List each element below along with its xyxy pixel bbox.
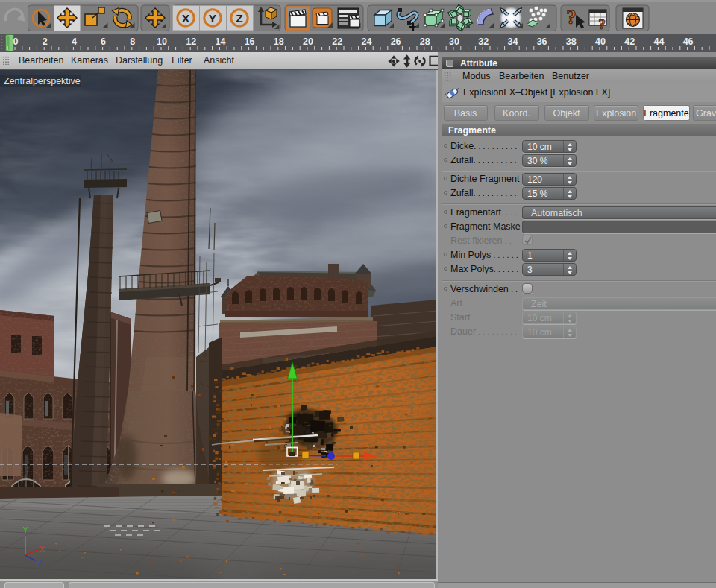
svg-text:?: ?	[566, 6, 577, 28]
svg-text:Z: Z	[236, 12, 243, 25]
svg-text:26: 26	[391, 37, 401, 47]
svg-text:46: 46	[683, 37, 694, 47]
svg-text:44: 44	[653, 37, 664, 47]
svg-text:2: 2	[43, 37, 48, 47]
svg-text:20: 20	[303, 37, 313, 47]
svg-text:42: 42	[624, 37, 635, 47]
svg-text:40: 40	[595, 37, 606, 47]
svg-text:4: 4	[72, 37, 77, 47]
svg-text:28: 28	[420, 37, 430, 47]
svg-text:30: 30	[449, 37, 459, 47]
svg-text:22: 22	[332, 37, 342, 47]
svg-text:16: 16	[245, 37, 255, 47]
svg-text:18: 18	[274, 37, 284, 47]
svg-text:14: 14	[215, 37, 225, 47]
svg-text:X: X	[182, 12, 190, 25]
svg-text:Zentralperspektive: Zentralperspektive	[4, 76, 81, 86]
svg-text:0: 0	[13, 37, 19, 47]
svg-text:38: 38	[566, 37, 577, 47]
svg-text:6: 6	[101, 37, 106, 47]
svg-text:X: X	[40, 546, 45, 554]
svg-text:Y: Y	[23, 526, 28, 534]
svg-text:12: 12	[186, 37, 196, 47]
svg-text:?: ?	[598, 16, 606, 32]
svg-text:8: 8	[130, 37, 135, 47]
svg-text:36: 36	[537, 37, 547, 47]
svg-text:32: 32	[478, 37, 489, 47]
svg-text:Y: Y	[209, 12, 217, 25]
svg-text:Z: Z	[37, 559, 42, 567]
svg-text:34: 34	[507, 37, 518, 47]
svg-text:24: 24	[361, 37, 371, 47]
svg-text:10: 10	[157, 37, 167, 47]
